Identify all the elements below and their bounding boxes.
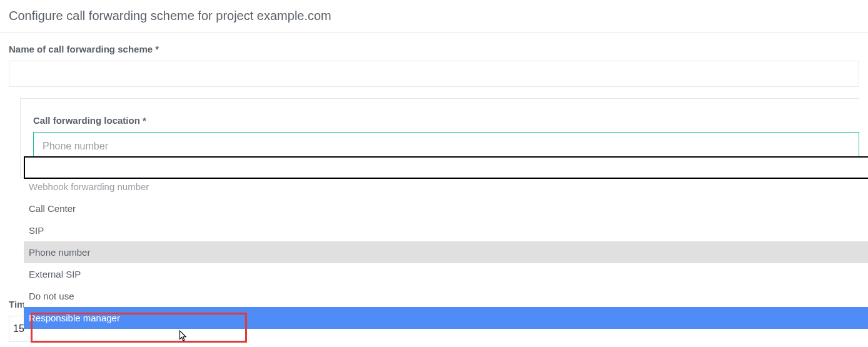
location-dropdown: Webhook forwarding number Call Center SI… xyxy=(24,156,868,329)
scheme-name-label: Name of call forwarding scheme * xyxy=(9,44,859,54)
dropdown-option-phone-number[interactable]: Phone number xyxy=(24,241,868,263)
dropdown-option-sip[interactable]: SIP xyxy=(24,219,868,241)
location-label: Call forwarding location * xyxy=(33,115,859,126)
dropdown-option-external-sip[interactable]: External SIP xyxy=(24,263,868,285)
cursor-icon xyxy=(177,329,188,346)
dropdown-option-responsible-manager[interactable]: Responsible manager xyxy=(24,307,868,329)
dropdown-option-call-center[interactable]: Call Center xyxy=(24,198,868,219)
page-title: Configure call forwarding scheme for pro… xyxy=(0,0,868,32)
scheme-name-input[interactable] xyxy=(9,61,859,87)
dropdown-option-webhook[interactable]: Webhook forwarding number xyxy=(24,179,868,198)
dropdown-option-do-not-use[interactable]: Do not use xyxy=(24,285,868,307)
dropdown-search-input[interactable] xyxy=(24,156,868,179)
location-select-value: Phone number xyxy=(43,141,108,152)
